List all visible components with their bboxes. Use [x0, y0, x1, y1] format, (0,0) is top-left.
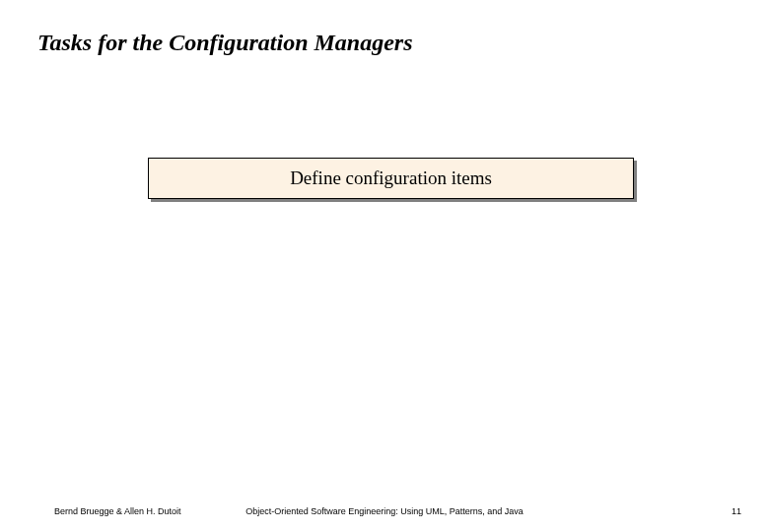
task-box-label: Define configuration items — [290, 167, 492, 189]
slide-title: Tasks for the Configuration Managers — [37, 30, 413, 56]
footer-book-title: Object-Oriented Software Engineering: Us… — [245, 506, 524, 516]
footer-authors: Bernd Bruegge & Allen H. Dutoit — [54, 506, 181, 516]
task-box: Define configuration items — [148, 158, 634, 199]
footer-page-number: 11 — [732, 506, 741, 516]
task-box-container: Define configuration items — [148, 158, 634, 199]
